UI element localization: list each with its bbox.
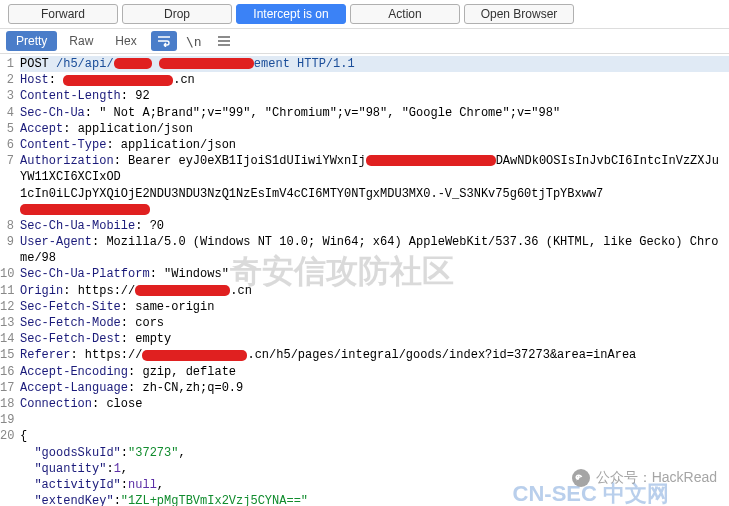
header-host: Host: .cn: [20, 72, 729, 88]
header-sec-ch-ua: Sec-Ch-Ua: " Not A;Brand";v="99", "Chrom…: [20, 105, 729, 121]
header-accept-encoding: Accept-Encoding: gzip, deflate: [20, 364, 729, 380]
open-browser-button[interactable]: Open Browser: [464, 4, 574, 24]
header-sec-fetch-mode: Sec-Fetch-Mode: cors: [20, 315, 729, 331]
header-sec-fetch-site: Sec-Fetch-Site: same-origin: [20, 299, 729, 315]
redaction-bar: [159, 58, 254, 69]
body-content: { "goodsSkuId":"37273", "quantity":1, "a…: [20, 428, 729, 506]
redaction-bar: [114, 58, 152, 69]
header-sec-ch-ua-mobile: Sec-Ch-Ua-Mobile: ?0: [20, 218, 729, 234]
header-sec-fetch-dest: Sec-Fetch-Dest: empty: [20, 331, 729, 347]
view-toolbar: Pretty Raw Hex \n: [0, 28, 729, 54]
main-toolbar: Forward Drop Intercept is on Action Open…: [0, 0, 729, 28]
intercept-toggle-button[interactable]: Intercept is on: [236, 4, 346, 24]
redaction-bar: [63, 75, 173, 86]
line-number: 1: [0, 56, 20, 72]
http-editor[interactable]: 1 POST /h5/api/ ement HTTP/1.1 2 Host: .…: [0, 54, 729, 506]
header-accept-language: Accept-Language: zh-CN,zh;q=0.9: [20, 380, 729, 396]
raw-tab[interactable]: Raw: [59, 31, 103, 51]
wrap-lines-icon[interactable]: [151, 31, 177, 51]
header-accept: Accept: application/json: [20, 121, 729, 137]
hex-tab[interactable]: Hex: [105, 31, 146, 51]
header-origin: Origin: https://.cn: [20, 283, 729, 299]
hamburger-icon[interactable]: [211, 31, 237, 51]
header-content-length: Content-Length: 92: [20, 88, 729, 104]
drop-button[interactable]: Drop: [122, 4, 232, 24]
header-sec-ch-ua-platform: Sec-Ch-Ua-Platform: "Windows": [20, 266, 729, 282]
header-user-agent: User-Agent: Mozilla/5.0 (Windows NT 10.0…: [20, 234, 729, 266]
redaction-bar: [142, 350, 247, 361]
header-content-type: Content-Type: application/json: [20, 137, 729, 153]
redaction-bar: [20, 204, 150, 215]
header-connection: Connection: close: [20, 396, 729, 412]
blank-line: [20, 412, 729, 428]
action-button[interactable]: Action: [350, 4, 460, 24]
show-nonprintable-icon[interactable]: \n: [181, 31, 207, 51]
request-line: POST /h5/api/ ement HTTP/1.1: [20, 56, 729, 72]
forward-button[interactable]: Forward: [8, 4, 118, 24]
pretty-tab[interactable]: Pretty: [6, 31, 57, 51]
header-authorization: Authorization: Bearer eyJ0eXB1IjoiS1dUIi…: [20, 153, 729, 218]
redaction-bar: [366, 155, 496, 166]
header-referer: Referer: https://.cn/h5/pages/integral/g…: [20, 347, 729, 363]
redaction-bar: [135, 285, 230, 296]
